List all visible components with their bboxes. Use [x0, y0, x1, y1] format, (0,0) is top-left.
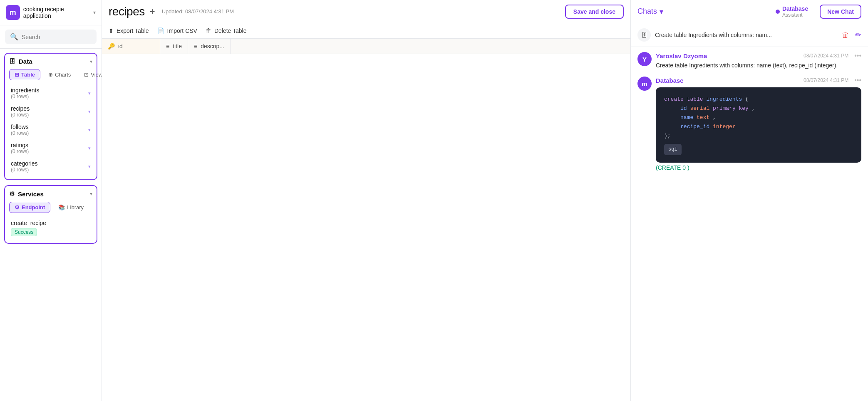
db-sub-label: Assistant [782, 12, 808, 18]
services-section: ⚙ Services ▾ ⚙ Endpoint 📚 Library create… [4, 185, 97, 244]
sidebar-content: 🗄 Data ▾ ⊞ Table ⊕ Charts ⊡ Views [0, 49, 102, 401]
code-col-name: name [680, 114, 693, 121]
search-input[interactable] [22, 34, 92, 40]
services-section-header: ⚙ Services ▾ [9, 190, 92, 198]
tab-charts[interactable]: ⊕ Charts [43, 69, 76, 80]
col-header-description: ≡ descrip... [188, 39, 231, 54]
col-desc-sort-icon: ≡ [194, 43, 197, 50]
table-item-info: follows (0 rows) [11, 124, 29, 136]
tab-endpoint[interactable]: ⚙ Endpoint [9, 202, 50, 213]
sql-badge: sql [664, 144, 682, 155]
edit-message-icon[interactable]: ✏ [855, 30, 861, 40]
table-item-info: categories (0 rows) [11, 160, 38, 173]
main-area: recipes + Updated: 08/07/2024 4:31 PM Sa… [102, 0, 631, 401]
table-title: recipes [109, 5, 145, 18]
tab-table[interactable]: ⊞ Table [9, 69, 40, 80]
services-section-title: ⚙ Services [9, 190, 44, 198]
import-label: Import CSV [167, 27, 197, 34]
data-section-header: 🗄 Data ▾ [9, 58, 92, 65]
endpoint-tab-label: Endpoint [22, 204, 45, 210]
table-item-rows: (0 rows) [11, 130, 29, 136]
table-item-chevron-icon: ▾ [88, 91, 91, 96]
app-logo: m [6, 5, 20, 20]
table-list-item[interactable]: ingredients (0 rows) ▾ [9, 84, 92, 102]
search-bar: 🔍 [0, 25, 102, 49]
code-col-recipe-id: recipe_id [680, 124, 709, 130]
services-chevron-icon[interactable]: ▾ [90, 191, 92, 197]
toolbar: ⬆ Export Table 📄 Import CSV 🗑 Delete Tab… [102, 23, 630, 39]
table-tab-icon: ⊞ [15, 72, 19, 78]
key-icon: 🔑 [108, 43, 115, 50]
code-line-4: recipe_id integer [664, 122, 853, 131]
user-msg-text: Create table Ingredients with columns: n… [656, 61, 861, 70]
code-line-3: name text , [664, 113, 853, 122]
table-list-item[interactable]: categories (0 rows) ▾ [9, 158, 92, 175]
table-item-chevron-icon: ▾ [88, 146, 91, 151]
table-item-name: ratings [11, 142, 29, 149]
table-item-info: recipes (0 rows) [11, 105, 30, 118]
table-list: ingredients (0 rows) ▾ recipes (0 rows) … [9, 84, 92, 175]
db-msg-more-icon[interactable]: ••• [854, 77, 861, 84]
db-name-label: Database [782, 5, 808, 12]
data-section-chevron-icon[interactable]: ▾ [90, 59, 92, 64]
charts-tab-icon: ⊕ [48, 72, 53, 78]
table-item-rows: (0 rows) [11, 94, 40, 99]
user-msg-more-icon[interactable]: ••• [854, 52, 861, 59]
db-info: Database Assistant [782, 5, 808, 18]
main-header: recipes + Updated: 08/07/2024 4:31 PM Sa… [102, 0, 630, 23]
db-status-dot [776, 10, 780, 14]
code-col-id: id [680, 105, 687, 111]
table-item-name: ingredients [11, 87, 40, 94]
csv-icon: 📄 [157, 27, 164, 34]
data-section: 🗄 Data ▾ ⊞ Table ⊕ Charts ⊡ Views [4, 53, 97, 180]
views-tab-label: Views [91, 72, 102, 78]
chats-dropdown-button[interactable]: Chats ▾ [637, 7, 663, 16]
table-list-item[interactable]: ratings (0 rows) ▾ [9, 139, 92, 157]
chat-panel: Chats ▾ Database Assistant New Chat 🗄 Cr… [631, 0, 868, 401]
code-table-kw: table [687, 96, 703, 102]
create-msg-preview: Create table Ingredients with columns: n… [655, 32, 838, 38]
create-msg-icon: 🗄 [637, 28, 651, 42]
table-item-rows: (0 rows) [11, 167, 38, 173]
chats-chevron-icon: ▾ [660, 7, 663, 16]
code-create: create [664, 96, 684, 102]
add-table-icon[interactable]: + [150, 6, 155, 17]
new-chat-button[interactable]: New Chat [820, 5, 861, 19]
tab-library[interactable]: 📚 Library [53, 202, 89, 213]
data-tab-bar: ⊞ Table ⊕ Charts ⊡ Views [9, 69, 92, 80]
code-line-2: id serial primary key , [664, 104, 853, 113]
code-integer-type: integer [713, 124, 736, 130]
save-close-button[interactable]: Save and close [565, 5, 624, 19]
import-csv-button[interactable]: 📄 Import CSV [157, 27, 197, 34]
app-chevron-icon[interactable]: ▾ [93, 10, 96, 15]
user-sender-name: Yaroslav Dzyoma [656, 52, 707, 59]
data-section-label: Data [19, 58, 32, 65]
library-tab-label: Library [67, 204, 84, 210]
table-list-item[interactable]: follows (0 rows) ▾ [9, 121, 92, 139]
table-item-info: ratings (0 rows) [11, 142, 29, 154]
table-item-name: recipes [11, 105, 30, 112]
col-desc-label: descrip... [201, 43, 224, 50]
user-message: Y Yaroslav Dzyoma 08/07/2024 4:31 PM •••… [637, 52, 861, 70]
table-list-item[interactable]: recipes (0 rows) ▾ [9, 103, 92, 120]
user-msg-time: 08/07/2024 4:31 PM [804, 53, 848, 59]
sidebar-header: m cooking recepie application ▾ [0, 0, 102, 25]
db-indicator: Database Assistant [776, 5, 808, 18]
table-item-name: categories [11, 160, 38, 167]
col-title-label: title [173, 43, 182, 50]
search-box: 🔍 [5, 30, 97, 44]
delete-message-icon[interactable]: 🗑 [842, 31, 849, 40]
tab-views[interactable]: ⊡ Views [79, 69, 102, 80]
delete-table-button[interactable]: 🗑 Delete Table [206, 27, 247, 34]
code-serial: serial [690, 105, 709, 111]
service-name: create_recipe [11, 220, 91, 226]
user-message-content: Yaroslav Dzyoma 08/07/2024 4:31 PM ••• C… [656, 52, 861, 70]
export-table-button[interactable]: ⬆ Export Table [109, 27, 149, 34]
user-msg-header: Yaroslav Dzyoma 08/07/2024 4:31 PM ••• [656, 52, 861, 59]
services-tab-bar: ⚙ Endpoint 📚 Library [9, 202, 92, 213]
table-item-chevron-icon: ▾ [88, 164, 91, 169]
data-section-title: 🗄 Data [9, 58, 32, 65]
table-item-rows: (0 rows) [11, 112, 30, 118]
db-msg-header: Database 08/07/2024 4:31 PM ••• [656, 77, 861, 84]
col-id-label: id [118, 43, 123, 50]
